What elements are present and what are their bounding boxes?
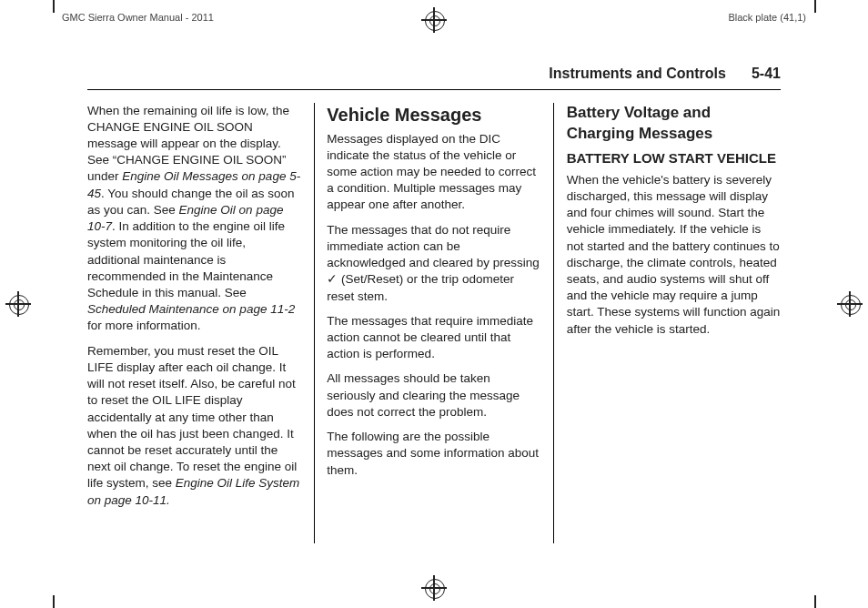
body-paragraph: The following are the possible messages … bbox=[327, 429, 540, 479]
registration-mark-icon bbox=[5, 291, 31, 317]
body-paragraph: When the vehicle's battery is severely d… bbox=[567, 172, 781, 338]
heading-vehicle-messages: Vehicle Messages bbox=[327, 103, 540, 127]
subheading-battery-low: BATTERY LOW START VEHICLE bbox=[567, 149, 781, 167]
page-body: Instruments and Controls 5-41 When the r… bbox=[87, 64, 781, 544]
printer-right-label: Black plate (41,1) bbox=[728, 11, 806, 25]
body-text: (Set/Reset) or the trip odometer reset s… bbox=[327, 272, 514, 302]
registration-mark-icon bbox=[421, 575, 447, 601]
body-paragraph: The messages that do not require immedia… bbox=[327, 222, 540, 305]
crop-tick-icon bbox=[53, 0, 55, 13]
page-number: 5-41 bbox=[752, 64, 781, 84]
printer-left-label: GMC Sierra Owner Manual - 2011 bbox=[62, 11, 214, 25]
body-text: . In addition to the engine oil life sys… bbox=[87, 219, 285, 299]
text-columns: When the remaining oil life is low, the … bbox=[87, 103, 781, 543]
body-text: The messages that do not require immedia… bbox=[327, 223, 539, 269]
body-paragraph: The messages that require immediate acti… bbox=[327, 313, 540, 363]
body-paragraph: Messages displayed on the DIC indicate t… bbox=[327, 131, 540, 214]
crop-tick-icon bbox=[814, 0, 816, 13]
body-paragraph: When the remaining oil life is low, the … bbox=[87, 103, 301, 335]
running-head: Instruments and Controls 5-41 bbox=[87, 64, 781, 90]
body-text: for more information. bbox=[87, 319, 201, 332]
check-icon: ✓ bbox=[327, 272, 338, 286]
body-paragraph: All messages should be taken seriously a… bbox=[327, 370, 540, 421]
registration-mark-icon bbox=[421, 7, 447, 33]
body-text: Remember, you must reset the OIL LIFE di… bbox=[87, 344, 297, 491]
section-title: Instruments and Controls bbox=[549, 64, 726, 84]
heading-battery-voltage: Battery Voltage and Charging Messages bbox=[567, 103, 781, 145]
cross-ref: Scheduled Maintenance on page 11-2 bbox=[87, 302, 295, 316]
registration-mark-icon bbox=[837, 291, 863, 317]
crop-tick-icon bbox=[814, 595, 816, 608]
body-paragraph: Remember, you must reset the OIL LIFE di… bbox=[87, 343, 301, 509]
crop-tick-icon bbox=[53, 595, 55, 608]
